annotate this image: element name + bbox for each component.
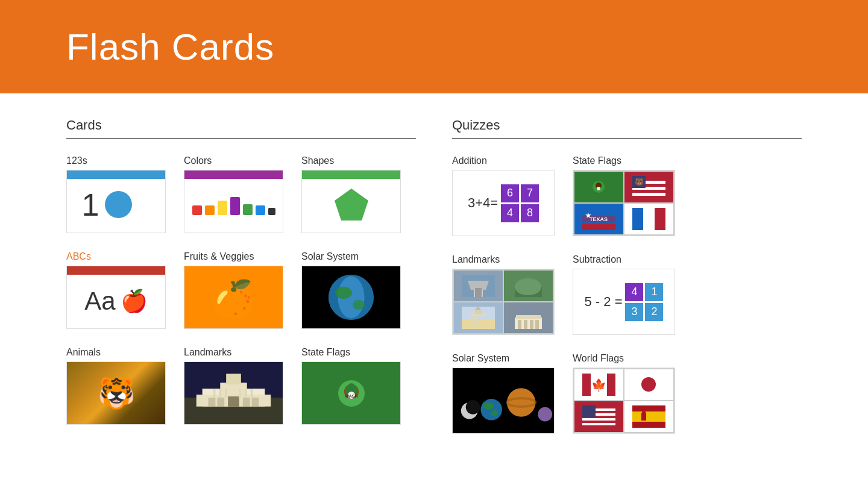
svg-rect-11 bbox=[209, 398, 216, 407]
svg-rect-53 bbox=[475, 288, 482, 297]
quiz-landmarks-cell2 bbox=[504, 271, 553, 301]
header: Flash Cards bbox=[0, 0, 868, 93]
svg-point-3 bbox=[335, 287, 352, 299]
card-landmarks-label: Landmarks bbox=[184, 347, 283, 358]
svg-rect-19 bbox=[239, 389, 241, 398]
svg-rect-80 bbox=[582, 374, 591, 396]
svg-rect-41 bbox=[582, 224, 615, 230]
svg-rect-58 bbox=[462, 320, 495, 329]
quiz-addition-answers: 6 7 4 8 bbox=[501, 184, 539, 222]
svg-rect-17 bbox=[219, 389, 221, 398]
svg-rect-12 bbox=[217, 398, 224, 407]
quiz-worldflags-spain bbox=[624, 401, 673, 432]
color-dot-green bbox=[243, 204, 253, 215]
svg-text:🍁: 🍁 bbox=[591, 378, 606, 392]
card-abcs-label: ABCs bbox=[66, 251, 166, 262]
japan-flag bbox=[632, 374, 665, 396]
card-123s[interactable]: 123s 1 bbox=[66, 155, 166, 233]
quiz-stateflags-cell4: NY bbox=[624, 204, 673, 234]
quiz-subtraction-label: Subtraction bbox=[573, 254, 675, 265]
card-animals-tiger: 🐯 bbox=[67, 362, 165, 424]
svg-rect-16 bbox=[213, 389, 215, 398]
card-colors[interactable]: Colors bbox=[184, 155, 283, 233]
quiz-subtraction[interactable]: Subtraction 5 - 2 = 4 1 3 2 bbox=[573, 254, 675, 335]
card-abcs-apple: 🍎 bbox=[121, 289, 148, 314]
landmark1-svg bbox=[462, 275, 495, 297]
quiz-worldflags-thumb: 🍁 bbox=[573, 368, 675, 434]
quiz-worldflags[interactable]: World Flags 🍁 bbox=[573, 353, 675, 434]
quiz-addition-cell-4: 4 bbox=[501, 204, 519, 222]
svg-rect-66 bbox=[524, 320, 527, 329]
card-123s-number: 1 bbox=[82, 187, 99, 223]
svg-point-78 bbox=[538, 407, 552, 422]
card-123s-bar bbox=[67, 170, 165, 179]
card-fruits[interactable]: Fruits & Veggies 🍊 bbox=[184, 251, 283, 329]
quiz-worldflags-label: World Flags bbox=[573, 353, 675, 364]
card-stateflags-label: State Flags bbox=[301, 347, 401, 358]
color-dot-yellow bbox=[218, 201, 227, 215]
card-animals[interactable]: Animals 🐯 bbox=[66, 347, 166, 425]
card-colors-label: Colors bbox=[184, 155, 283, 166]
quiz-landmarks[interactable]: Landmarks bbox=[452, 254, 555, 335]
quiz-addition[interactable]: Addition 3+4= 6 7 4 8 bbox=[452, 155, 555, 236]
svg-point-56 bbox=[515, 278, 541, 295]
quiz-stateflags[interactable]: State Flags bbox=[573, 155, 675, 236]
color-dot-black bbox=[268, 208, 275, 215]
svg-rect-89 bbox=[582, 423, 615, 425]
quiz-landmarks-cell1 bbox=[454, 271, 503, 301]
card-123s-label: 123s bbox=[66, 155, 166, 166]
quiz-sub-cell-4: 4 bbox=[625, 283, 643, 301]
card-landmarks[interactable]: Landmarks bbox=[184, 347, 283, 425]
card-shapes[interactable]: Shapes bbox=[301, 155, 401, 233]
spain-flag bbox=[632, 405, 665, 428]
svg-rect-37 bbox=[632, 193, 665, 196]
quiz-solarsystem[interactable]: Solar System bbox=[452, 353, 555, 434]
color-dot-orange bbox=[205, 205, 215, 215]
quiz-addition-thumb: 3+4= 6 7 4 8 bbox=[452, 170, 555, 236]
card-colors-bar bbox=[184, 170, 283, 179]
color-dot-purple bbox=[230, 197, 240, 215]
card-123s-circle bbox=[105, 191, 132, 218]
svg-rect-90 bbox=[582, 405, 596, 418]
card-abcs-text: Aa bbox=[84, 287, 115, 316]
quiz-stateflags-cell3: TEXAS bbox=[574, 204, 623, 234]
quiz-subtraction-answers: 4 1 3 2 bbox=[625, 283, 663, 321]
card-fruits-thumb: 🍊 bbox=[184, 266, 283, 329]
svg-point-94 bbox=[642, 411, 646, 414]
quiz-addition-cell-7: 7 bbox=[521, 184, 539, 202]
svg-rect-70 bbox=[453, 368, 554, 434]
cards-section: Cards 123s 1 Colors bbox=[66, 117, 416, 434]
flag-cell4-svg: NY bbox=[632, 208, 665, 230]
svg-rect-61 bbox=[475, 310, 482, 314]
card-stateflags[interactable]: State Flags WASH bbox=[301, 347, 401, 425]
quiz-addition-cell-6: 6 bbox=[501, 184, 519, 202]
svg-rect-10 bbox=[226, 374, 241, 384]
card-abcs-thumb: Aa 🍎 bbox=[66, 266, 166, 329]
card-landmarks-thumb bbox=[184, 361, 283, 425]
svg-rect-20 bbox=[245, 389, 247, 398]
quiz-landmarks-thumb bbox=[452, 269, 555, 335]
content-area: Cards 123s 1 Colors bbox=[0, 93, 868, 458]
card-shapes-label: Shapes bbox=[301, 155, 401, 166]
card-abcs-bar bbox=[67, 266, 165, 275]
card-solar[interactable]: Solar System bbox=[301, 251, 401, 329]
card-abcs[interactable]: ABCs Aa 🍎 bbox=[66, 251, 166, 329]
quiz-sub-cell-3: 3 bbox=[625, 303, 643, 321]
quiz-sub-cell-2: 2 bbox=[645, 303, 663, 321]
card-fruits-label: Fruits & Veggies bbox=[184, 251, 283, 262]
color-dot-blue bbox=[256, 205, 265, 215]
svg-point-73 bbox=[480, 399, 502, 421]
flag-cell3-svg: TEXAS bbox=[582, 208, 615, 230]
solar-quiz-svg bbox=[453, 368, 554, 434]
card-shapes-bar bbox=[302, 170, 400, 179]
quiz-subtraction-thumb: 5 - 2 = 4 1 3 2 bbox=[573, 269, 675, 335]
svg-rect-65 bbox=[518, 320, 521, 329]
svg-text:TEXAS: TEXAS bbox=[590, 216, 608, 222]
card-animals-thumb: 🐯 bbox=[66, 361, 166, 425]
card-solar-label: Solar System bbox=[301, 251, 401, 262]
quiz-stateflags-label: State Flags bbox=[573, 155, 675, 166]
svg-rect-88 bbox=[582, 418, 615, 421]
quiz-landmarks-cell4 bbox=[504, 302, 553, 333]
quiz-addition-cell-8: 8 bbox=[521, 204, 539, 222]
usa-flag bbox=[582, 405, 615, 428]
